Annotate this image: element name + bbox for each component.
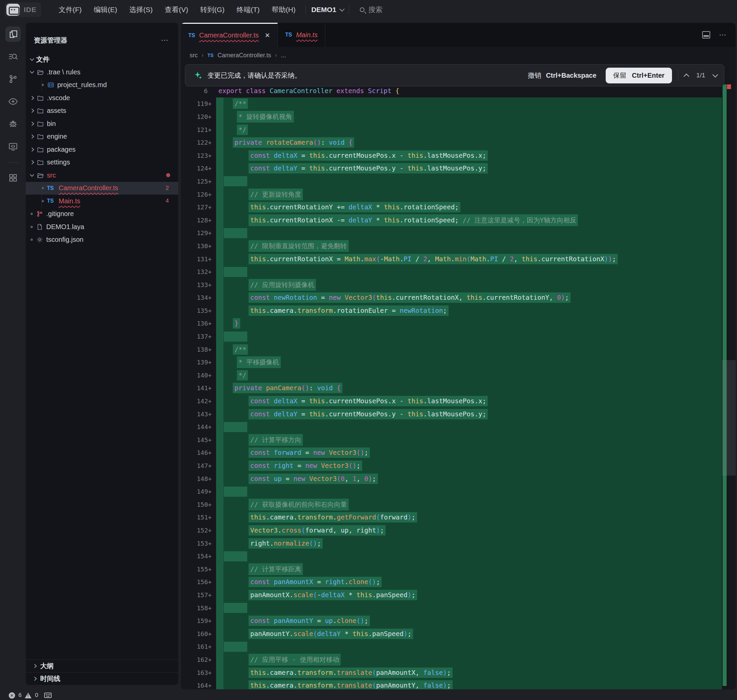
keyboard-icon[interactable] <box>44 693 51 698</box>
added-code-line[interactable]: 153+right.normalize(); <box>181 537 722 550</box>
breadcrumb-item[interactable]: src <box>190 52 198 59</box>
error-count[interactable]: 6 <box>18 692 21 699</box>
files-section-header[interactable]: 文件 <box>26 53 178 66</box>
added-code-line[interactable]: 125+ <box>181 175 722 188</box>
added-code-line[interactable]: 133+// 应用旋转到摄像机 <box>181 278 722 291</box>
tab-main.ts[interactable]: TSMain.ts <box>278 23 325 47</box>
keep-button[interactable]: 保留 Ctrl+Enter <box>606 68 672 84</box>
menu-item-f[interactable]: 文件(F) <box>54 3 87 16</box>
menu-item-g[interactable]: 转到(G) <box>196 3 229 16</box>
added-code-line[interactable]: 136+} <box>181 317 722 330</box>
tree-item-demo1.laya[interactable]: DEMO1.laya <box>26 221 178 234</box>
more-actions-icon[interactable]: ⋯ <box>719 31 727 39</box>
added-code-line[interactable]: 148+const up = new Vector3(0, 1, 0); <box>181 472 722 485</box>
added-code-line[interactable]: 139+* 平移摄像机 <box>181 356 722 369</box>
scrollbar-thumb[interactable] <box>722 360 736 476</box>
tree-item-main.ts[interactable]: TSMain.ts4 <box>26 195 178 208</box>
added-code-line[interactable]: 161+ <box>181 640 722 653</box>
added-code-line[interactable]: 159+const panAmountY = up.clone(); <box>181 614 722 627</box>
prev-change-icon[interactable] <box>683 74 689 79</box>
app-logo[interactable]: IDE <box>5 2 41 17</box>
added-code-line[interactable]: 147+const right = new Vector3(); <box>181 459 722 472</box>
added-code-line[interactable]: 163+this.camera.transform.translate(panA… <box>181 666 722 679</box>
added-code-line[interactable]: 150+// 获取摄像机的前向和右向向量 <box>181 498 722 511</box>
added-code-line[interactable]: 137+ <box>181 330 722 343</box>
split-editor-icon[interactable] <box>702 31 710 38</box>
added-code-line[interactable]: 134+const newRotation = new Vector3(this… <box>181 291 722 304</box>
tree-item-.gitignore[interactable]: .gitignore <box>26 208 178 221</box>
added-code-line[interactable]: 119+/** <box>181 97 722 110</box>
added-code-line[interactable]: 149+ <box>181 485 722 498</box>
debug-bug-icon[interactable] <box>5 116 21 132</box>
menu-item-h[interactable]: 帮助(H) <box>267 3 300 16</box>
breadcrumb-item[interactable]: CameraController.ts <box>218 52 271 59</box>
added-code-line[interactable]: 131+this.currentRotationX = Math.max(-Ma… <box>181 253 722 266</box>
added-code-line[interactable]: 160+panAmountY.scale(deltaY * this.panSp… <box>181 627 722 640</box>
added-code-line[interactable]: 158+ <box>181 601 722 615</box>
added-code-line[interactable]: 127+this.currentRotationY += deltaX * th… <box>181 201 722 214</box>
added-code-line[interactable]: 120+* 旋转摄像机视角 <box>181 110 722 123</box>
extensions-icon[interactable] <box>5 170 21 185</box>
added-code-line[interactable]: 162+// 应用平移 - 使用相对移动 <box>181 653 722 666</box>
tree-item-cameracontroller.ts[interactable]: TSCameraController.ts2 <box>26 182 178 195</box>
added-code-line[interactable]: 145+// 计算平移方向 <box>181 434 722 447</box>
added-code-line[interactable]: 146+const forward = new Vector3(); <box>181 447 722 460</box>
added-code-line[interactable]: 130+// 限制垂直旋转范围，避免翻转 <box>181 240 722 253</box>
added-code-line[interactable]: 154+ <box>181 550 722 563</box>
added-code-line[interactable]: 121+*/ <box>181 123 722 136</box>
menu-item-e[interactable]: 编辑(E) <box>89 3 122 16</box>
tree-item-bin[interactable]: bin <box>26 117 178 130</box>
added-code-line[interactable]: 123+const deltaX = this.currentMousePos.… <box>181 149 722 162</box>
section-时间线[interactable]: 时间线 <box>26 672 178 685</box>
global-search[interactable]: 搜索 <box>360 5 382 15</box>
tree-item-assets[interactable]: assets <box>26 104 178 118</box>
added-code-line[interactable]: 124+const deltaY = this.currentMousePos.… <box>181 162 722 175</box>
added-code-line[interactable]: 128+this.currentRotationX -= deltaY * th… <box>181 214 722 227</box>
close-icon[interactable]: ✕ <box>265 31 270 39</box>
tree-item-.trae-rules[interactable]: .trae \ rules <box>26 66 178 79</box>
added-code-line[interactable]: 152+Vector3.cross(forward, up, right); <box>181 524 722 537</box>
tab-cameracontroller.ts[interactable]: TSCameraController.ts✕ <box>181 23 278 47</box>
menu-item-t[interactable]: 终端(T) <box>232 3 264 16</box>
added-code-line[interactable]: 144+ <box>181 420 722 434</box>
menu-item-v[interactable]: 查看(V) <box>160 3 193 16</box>
menu-item-s[interactable]: 选择(S) <box>125 3 157 16</box>
breadcrumb-item[interactable]: ... <box>281 52 286 59</box>
warning-count[interactable]: 0 <box>35 692 38 699</box>
tree-item-.vscode[interactable]: .vscode <box>26 91 178 104</box>
remote-monitor-icon[interactable] <box>5 139 21 154</box>
added-code-line[interactable]: 143+const deltaY = this.currentMousePos.… <box>181 407 722 421</box>
added-code-line[interactable]: 156+const panAmountX = right.clone(); <box>181 576 722 589</box>
tree-item-settings[interactable]: settings <box>26 156 178 169</box>
added-code-line[interactable]: 157+panAmountX.scale(-deltaX * this.panS… <box>181 588 722 601</box>
tree-item-tsconfig.json[interactable]: tsconfig.json <box>26 234 178 247</box>
errors-icon[interactable]: ✕ <box>9 692 15 699</box>
tree-item-engine[interactable]: engine <box>26 130 178 143</box>
added-code-line[interactable]: 126+// 更新旋转角度 <box>181 188 722 201</box>
breadcrumb[interactable]: src›TSCameraController.ts›... <box>181 47 736 64</box>
undo-button[interactable]: 撤销 Ctrl+Backspace <box>525 68 600 83</box>
tree-item-packages[interactable]: packages <box>26 143 178 156</box>
section-大纲[interactable]: 大纲 <box>26 659 178 672</box>
added-code-line[interactable]: 151+this.camera.transform.getForward(for… <box>181 511 722 524</box>
more-actions-icon[interactable]: ⋯ <box>161 36 169 44</box>
tree-item-src[interactable]: src <box>26 169 178 182</box>
added-code-line[interactable]: 138+/** <box>181 343 722 356</box>
explorer-icon[interactable] <box>5 26 21 42</box>
added-code-line[interactable]: 122+private rotateCamera(): void { <box>181 136 722 149</box>
next-change-icon[interactable] <box>712 72 718 78</box>
added-code-line[interactable]: 140+*/ <box>181 369 722 382</box>
warnings-icon[interactable] <box>25 693 31 699</box>
added-code-line[interactable]: 142+const deltaX = this.currentMousePos.… <box>181 394 722 407</box>
added-code-line[interactable]: 135+this.camera.transform.rotationEuler … <box>181 304 722 317</box>
preview-eye-icon[interactable] <box>5 94 21 109</box>
search-icon[interactable] <box>5 49 21 64</box>
added-code-line[interactable]: 132+ <box>181 265 722 278</box>
added-code-line[interactable]: 141+private panCamera(): void { <box>181 382 722 395</box>
added-code-line[interactable]: 164+this.camera.transform.translate(panA… <box>181 679 722 689</box>
added-code-line[interactable]: 155+// 计算平移距离 <box>181 563 722 576</box>
project-switcher[interactable]: DEMO1 <box>311 6 343 14</box>
code-area[interactable]: 6export class CameraController extends S… <box>181 84 722 689</box>
source-control-icon[interactable] <box>5 71 21 87</box>
tree-item-project-rules.md[interactable]: project_rules.md <box>26 79 178 92</box>
